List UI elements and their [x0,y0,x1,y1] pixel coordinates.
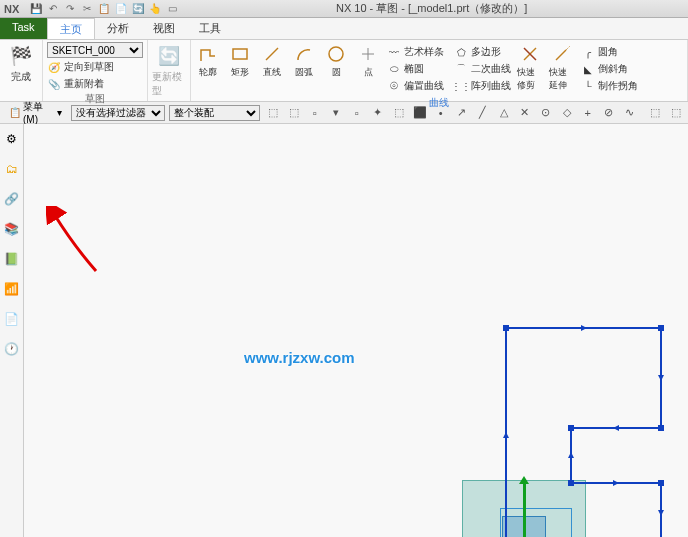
makecorner-button[interactable]: └制作拐角 [581,78,638,94]
reattach-icon: 📎 [47,77,61,91]
conic-button[interactable]: ⌒二次曲线 [454,61,511,77]
svg-marker-22 [658,510,664,516]
snap-quad-icon[interactable]: ◇ [558,104,575,122]
tab-analysis[interactable]: 分析 [95,18,141,39]
sketch-profile[interactable] [501,323,671,537]
orient-to-sketch-button[interactable]: 🧭定向到草图 [47,59,143,75]
svg-rect-13 [568,480,574,486]
snap-ctrl-icon[interactable]: △ [495,104,512,122]
profile-button[interactable]: 轮廓 [195,42,221,79]
redo-icon[interactable]: ↷ [63,2,77,16]
finish-flag-icon: 🏁 [7,42,35,70]
resource-bar: ⚙ 🗂 🔗 📚 📗 📶 📄 🕐 [0,124,24,537]
chamfer-button[interactable]: ◣倒斜角 [581,61,638,77]
update-model-button[interactable]: 🔄 更新模型 [152,42,186,98]
orient-icon: 🧭 [47,60,61,74]
constraint-navigator-icon[interactable]: 🔗 [3,190,21,208]
circle-button[interactable]: 圆 [323,42,349,79]
fillet-icon: ╭ [581,45,595,59]
filter-icon-2[interactable]: ⬚ [285,104,302,122]
work-area: ⚙ 🗂 🔗 📚 📗 📶 📄 🕐 www.rjzxw.com [0,124,688,537]
save-icon[interactable]: 💾 [29,2,43,16]
view-icon-2[interactable]: ⬚ [667,104,684,122]
filter-icon-7[interactable]: ⬚ [390,104,407,122]
window-icon[interactable]: ▭ [165,2,179,16]
view-icon-1[interactable]: ⬚ [646,104,663,122]
undo-icon[interactable]: ↶ [46,2,60,16]
snap-intersect-icon[interactable]: ✕ [516,104,533,122]
ribbon-group-curves: 轮廓 矩形 直线 圆弧 圆 点 〰艺术样条 ⬭椭圆 ⦾偏置曲线 ⬠多边形 ⌒二次… [191,40,688,101]
cut-icon[interactable]: ✂ [80,2,94,16]
ellipse-button[interactable]: ⬭椭圆 [387,61,444,77]
menu-button[interactable]: 📋 菜单(M) ▾ [4,98,67,127]
app-logo: NX [4,3,19,15]
spline-button[interactable]: 〰艺术样条 [387,44,444,60]
selection-filter-select[interactable]: 没有选择过滤器 [71,105,166,121]
line-button[interactable]: 直线 [259,42,285,79]
filter-icon-8[interactable]: ⬛ [411,104,428,122]
process-studio-icon[interactable]: 🕐 [3,340,21,358]
part-navigator-icon[interactable]: ⚙ [3,130,21,148]
offset-button[interactable]: ⦾偏置曲线 [387,78,444,94]
svg-marker-19 [613,425,619,431]
snap-pt-icon[interactable]: + [579,104,596,122]
spline-icon: 〰 [387,45,401,59]
copy-icon[interactable]: 📋 [97,2,111,16]
snap-end-icon[interactable]: ↗ [453,104,470,122]
arc-button[interactable]: 圆弧 [291,42,317,79]
svg-rect-11 [658,425,664,431]
touch-icon[interactable]: 👆 [148,2,162,16]
tab-home[interactable]: 主页 [47,18,95,39]
paste-icon[interactable]: 📄 [114,2,128,16]
tab-task[interactable]: Task [0,18,47,39]
svg-marker-24 [503,432,509,438]
fillet-button[interactable]: ╭圆角 [581,44,638,60]
svg-marker-20 [568,452,574,458]
pattern-button[interactable]: ⋮⋮阵列曲线 [454,78,511,94]
snap-point-icon[interactable]: • [432,104,449,122]
svg-marker-17 [581,325,587,331]
svg-line-8 [566,46,570,50]
line-icon [260,42,284,66]
sketch-select[interactable]: SKETCH_000 [47,42,143,58]
conic-icon: ⌒ [454,62,468,76]
snap-center-icon[interactable]: ⊙ [537,104,554,122]
filter-icon-6[interactable]: ✦ [369,104,386,122]
snap-curve-icon[interactable]: ∿ [621,104,638,122]
quicktrim-button[interactable]: 快速修剪 [517,42,543,92]
point-icon [356,42,380,66]
reattach-button[interactable]: 📎重新附着 [47,76,143,92]
svg-rect-14 [658,480,664,486]
reuse-library-icon[interactable]: 📚 [3,220,21,238]
polygon-icon: ⬠ [454,45,468,59]
quick-access-toolbar: 💾 ↶ ↷ ✂ 📋 📄 🔄 👆 ▭ [29,2,179,16]
ribbon-group-finish: 🏁 完成 [0,40,43,101]
svg-line-7 [556,50,566,60]
filter-icon-1[interactable]: ⬚ [264,104,281,122]
polygon-button[interactable]: ⬠多边形 [454,44,511,60]
hd3d-icon[interactable]: 📗 [3,250,21,268]
history-icon[interactable]: 📄 [3,310,21,328]
assembly-navigator-icon[interactable]: 🗂 [3,160,21,178]
filter-icon-4[interactable]: ▾ [327,104,344,122]
tab-view[interactable]: 视图 [141,18,187,39]
point-button[interactable]: 点 [355,42,381,79]
svg-rect-10 [658,325,664,331]
rectangle-button[interactable]: 矩形 [227,42,253,79]
chamfer-icon: ◣ [581,62,595,76]
finish-button[interactable]: 🏁 完成 [4,42,38,84]
assembly-scope-select[interactable]: 整个装配 [169,105,260,121]
graphics-canvas[interactable]: www.rjzxw.com [24,124,688,537]
snap-tangent-icon[interactable]: ⊘ [600,104,617,122]
tab-tools[interactable]: 工具 [187,18,233,39]
snap-mid-icon[interactable]: ╱ [474,104,491,122]
quickextend-button[interactable]: 快速延伸 [549,42,575,92]
arc-icon [292,42,316,66]
offset-icon: ⦾ [387,79,401,93]
web-browser-icon[interactable]: 📶 [3,280,21,298]
repeat-icon[interactable]: 🔄 [131,2,145,16]
ribbon-tabs: Task 主页 分析 视图 工具 [0,18,688,40]
filter-icon-5[interactable]: ▫ [348,104,365,122]
filter-icon-3[interactable]: ▫ [306,104,323,122]
window-title: NX 10 - 草图 - [_model1.prt（修改的）] [179,1,684,16]
